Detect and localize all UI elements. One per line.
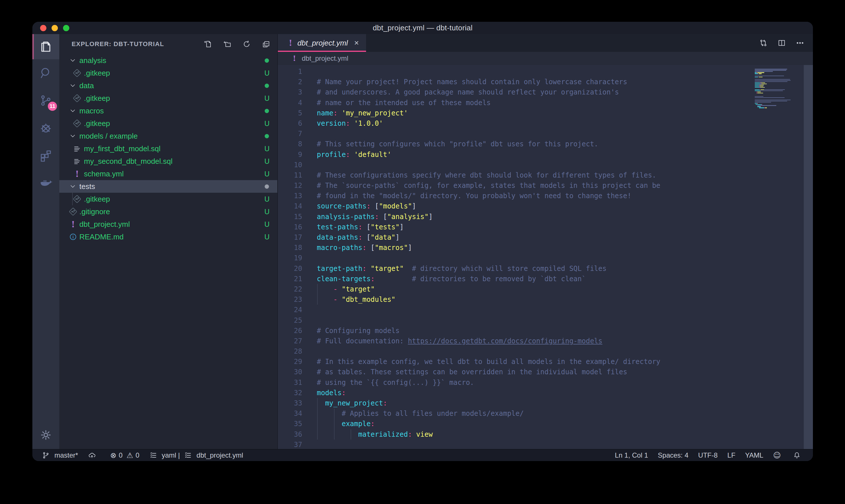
info-file-icon <box>69 232 78 241</box>
tree-file--gitkeep[interactable]: .gitkeepU <box>59 92 277 105</box>
code-line: 23 - "dbt_modules" <box>278 294 813 305</box>
code-line: 21clean-targets: # directories to be rem… <box>278 274 813 284</box>
close-window-button[interactable] <box>40 25 47 31</box>
activity-docker-icon[interactable] <box>32 169 59 197</box>
activity-bar: 11 <box>32 34 59 449</box>
search-icon <box>39 66 53 80</box>
tree-file-dbt-project-yml[interactable]: !dbt_project.ymlU <box>59 218 277 231</box>
status-yaml-[interactable]: yaml | <box>149 451 180 459</box>
status-yaml[interactable]: YAML <box>745 451 763 459</box>
cloud-upload-icon <box>88 451 98 459</box>
tree-file--gitkeep[interactable]: .gitkeepU <box>59 193 277 205</box>
error-icon: ⊗ <box>110 451 116 460</box>
more-actions-icon[interactable] <box>796 39 804 47</box>
code-line: 29# In this example config, we tell dbt … <box>278 357 813 367</box>
activity-search-icon[interactable] <box>32 59 59 87</box>
git-file-icon <box>72 195 82 204</box>
tree-folder-data[interactable]: data <box>59 79 277 92</box>
status-spaces-4[interactable]: Spaces: 4 <box>658 451 689 459</box>
line-number: 30 <box>278 367 302 377</box>
status-smiley-icon[interactable]: ☺ <box>773 451 783 460</box>
line-number: 31 <box>278 377 302 388</box>
status-bell-icon[interactable] <box>793 451 806 459</box>
status-utf-8[interactable]: UTF-8 <box>698 451 718 459</box>
tree-folder-analysis[interactable]: analysis <box>59 54 277 67</box>
tab-dbt-project-yml[interactable]: ! dbt_project.yml × <box>278 34 366 52</box>
new-folder-icon[interactable] <box>223 40 231 48</box>
compare-changes-icon[interactable] <box>759 39 768 47</box>
activity-gear-icon[interactable] <box>32 425 59 445</box>
branch-icon <box>42 451 52 459</box>
activity-files-icon[interactable] <box>32 34 59 59</box>
tree-folder-tests[interactable]: tests <box>59 180 277 193</box>
docker-icon <box>39 176 53 190</box>
modified-indicator-icon: ! <box>289 38 292 48</box>
line-number: 27 <box>278 336 302 346</box>
line-number: 7 <box>278 129 302 139</box>
zoom-window-button[interactable] <box>63 25 69 31</box>
code-line: 32models: <box>278 388 813 398</box>
line-number: 34 <box>278 408 302 419</box>
breadcrumb-modified-icon: ! <box>293 54 296 63</box>
close-tab-icon[interactable]: × <box>354 38 359 48</box>
refresh-icon[interactable] <box>242 40 251 48</box>
code-line: 31# using the `{{ config(...) }}` macro. <box>278 377 813 388</box>
code-line: 25 <box>278 315 813 326</box>
editor-scrollbar[interactable] <box>804 65 813 449</box>
explorer-sidebar: EXPLORER: DBT-TUTORIAL analysis.gitkeepU… <box>59 34 278 449</box>
tree-folder-macros[interactable]: macros <box>59 105 277 117</box>
line-number: 12 <box>278 180 302 191</box>
explorer-header-actions <box>203 40 270 48</box>
tree-file--gitkeep[interactable]: .gitkeepU <box>59 67 277 79</box>
code-line: 28 <box>278 346 813 357</box>
activity-source-control-icon[interactable]: 11 <box>32 87 59 114</box>
chevron-down-icon <box>69 57 76 64</box>
status-cloud-upload-icon[interactable] <box>88 451 101 459</box>
status-lf[interactable]: LF <box>727 451 735 459</box>
status-0[interactable]: ⊗0 <box>110 451 123 460</box>
git-untracked-badge: U <box>263 145 271 153</box>
git-untracked-badge: U <box>263 94 271 103</box>
line-number: 1 <box>278 67 302 77</box>
new-file-icon[interactable] <box>203 40 212 48</box>
git-untracked-badge: U <box>263 220 271 229</box>
code-line: 34 # Applies to all files under models/e… <box>278 408 813 419</box>
window-title: dbt_project.yml — dbt-tutorial <box>373 23 473 32</box>
tree-file-my-first-dbt-model-sql[interactable]: my_first_dbt_model.sqlU <box>59 142 277 155</box>
minimize-window-button[interactable] <box>52 25 58 31</box>
list-icon <box>184 451 194 459</box>
code-editor[interactable]: 12# Name your project! Project names sho… <box>278 65 813 449</box>
debug-icon <box>39 121 53 135</box>
indent-guide <box>350 429 351 439</box>
activity-debug-icon[interactable] <box>32 114 59 142</box>
breadcrumb[interactable]: ! dbt_project.yml <box>278 52 813 65</box>
yaml-warning-icon: ! <box>69 220 78 229</box>
code-line: 9profile: 'default' <box>278 149 813 160</box>
line-number: 9 <box>278 149 302 160</box>
status-dbt-project-yml[interactable]: dbt_project.yml <box>184 451 243 459</box>
activity-extensions-icon[interactable] <box>32 142 59 169</box>
line-number: 2 <box>278 77 302 87</box>
tree-file-my-second-dbt-model-sql[interactable]: my_second_dbt_model.sqlU <box>59 155 277 167</box>
line-number: 32 <box>278 388 302 398</box>
editor-group: ! dbt_project.yml × ! dbt_project.yml 12… <box>278 34 813 449</box>
tree-file--gitkeep[interactable]: .gitkeepU <box>59 117 277 130</box>
tree-file--gitignore[interactable]: .gitignoreU <box>59 205 277 218</box>
collapse-all-icon[interactable] <box>262 40 270 48</box>
status-0[interactable]: ⚠0 <box>127 451 140 460</box>
code-line: 16test-paths: ["tests"] <box>278 222 813 232</box>
split-editor-icon[interactable] <box>777 39 786 47</box>
code-line: 3# and underscores. A good package name … <box>278 87 813 97</box>
status-master-[interactable]: master* <box>42 451 78 459</box>
tree-folder-models-example[interactable]: models / example <box>59 130 277 142</box>
code-line: 8# This setting configures which "profil… <box>278 139 813 149</box>
line-number: 17 <box>278 232 302 242</box>
status-ln-1-col-1[interactable]: Ln 1, Col 1 <box>615 451 648 459</box>
tree-file-readme-md[interactable]: README.mdU <box>59 231 277 243</box>
editor-actions <box>759 34 813 52</box>
lines-file-icon <box>72 144 82 153</box>
minimap[interactable] <box>755 68 804 110</box>
line-number: 23 <box>278 294 302 305</box>
tree-file-schema-yml[interactable]: !schema.ymlU <box>59 167 277 180</box>
git-status-dot <box>265 109 269 113</box>
